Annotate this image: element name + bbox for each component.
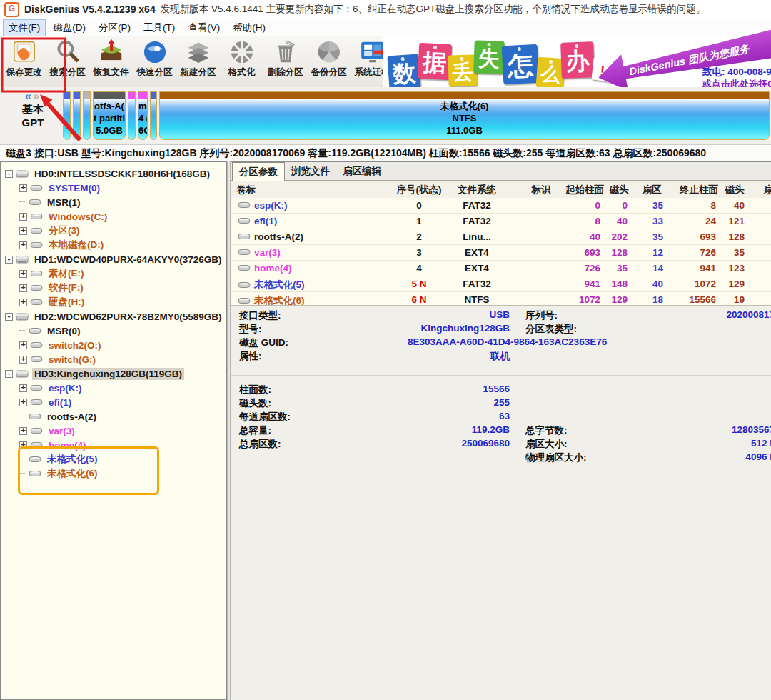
tile-pin-hole [575,44,578,48]
expand-icon[interactable]: + [19,284,27,292]
tree-item-MSR(0)[interactable]: MSR(0) [1,324,226,338]
table-row-esp(K:)[interactable]: esp(K:)0FAT320035840 [231,198,771,214]
head2-cell: 40 [231,200,745,211]
partition-block-5[interactable] [128,91,136,140]
tab-浏览文件[interactable]: 浏览文件 [285,162,336,180]
column-header-磁头[interactable]: 磁头 [610,184,629,196]
info-value: GPT [525,323,771,334]
tree-item-label: HD1:WDCWD40PURX-64AKYY0(3726GB) [32,254,224,266]
table-row-efi(1)[interactable]: efi(1)1FAT328403324121 [231,214,771,229]
collapse-icon[interactable]: - [5,256,13,264]
column-header-序号(状态)[interactable]: 序号(状态) [397,184,442,196]
expand-icon[interactable]: + [19,299,27,306]
column-header-扇区[interactable]: 扇区 [642,184,662,196]
table-row-未格式化(5)[interactable]: 未格式化(5)5 NFAT32941148401072129 [231,276,771,292]
table-row-未格式化(6)[interactable]: 未格式化(6)6 NNTFS1072129181556619 [231,292,771,305]
格式化-button[interactable]: 格式化 [220,36,263,87]
tree-item-硬盘(H:)[interactable]: +硬盘(H:) [1,295,226,309]
expand-icon[interactable]: + [19,227,27,235]
partition-block-3[interactable] [83,91,91,140]
tab-分区参数[interactable]: 分区参数 [232,162,285,181]
partition-block-7[interactable] [150,91,157,140]
expand-icon[interactable]: + [19,384,27,392]
partition-block-strip [74,92,80,99]
tree-item-esp(K:)[interactable]: +esp(K:) [1,381,226,395]
table-row-home(4)[interactable]: home(4)4EXT47263514941123 [231,261,771,276]
column-header-扇区[interactable]: 扇区 [764,184,771,196]
toolbar-button-label: 删除分区 [263,66,307,79]
tree-item-HD3:Kingchuxing128GB(119GB)[interactable]: -HD3:Kingchuxing128GB(119GB) [1,366,226,381]
tree-item-本地磁盘(D:)[interactable]: +本地磁盘(D:) [1,238,226,252]
table-row-rootfs-A(2)[interactable]: rootfs-A(2)2Linu...4020235693128 [231,229,771,245]
新建分区-button[interactable]: 新建分区 [176,36,220,87]
collapse-icon[interactable]: - [5,170,13,178]
tree-item-SYSTEM(0)[interactable]: +SYSTEM(0) [1,181,226,195]
保存更改-button[interactable]: 保存更改 [2,36,46,87]
menu-item-4[interactable]: 工具(T) [138,19,181,36]
table-row-var(3)[interactable]: var(3)3EXT46931281272635 [231,245,771,261]
tree-item-label: home(4) [46,439,89,451]
expand-icon[interactable]: + [19,270,27,278]
chevron-left-icon[interactable]: « [25,90,33,102]
tree-item-软件(F:)[interactable]: +软件(F:) [1,281,226,295]
搜索分区-button[interactable]: 搜索分区 [46,36,89,87]
tree-item-switch(G:)[interactable]: +switch(G:) [1,352,226,366]
tree-item-rootfs-A(2)[interactable]: rootfs-A(2) [1,409,226,424]
column-header-磁头[interactable]: 磁头 [725,184,745,196]
tree-item-分区(3)[interactable]: +分区(3) [1,224,226,238]
tree-item-var(3)[interactable]: +var(3) [1,424,226,438]
tree-item-未格式化(5)[interactable]: 未格式化(5) [1,452,226,466]
备份分区-button[interactable]: 备份分区 [307,36,351,87]
expand-icon[interactable]: + [19,213,27,221]
expand-icon[interactable]: + [19,184,27,192]
tree-item-label: rootfs-A(2) [45,411,99,423]
删除分区-button[interactable]: 删除分区 [263,36,307,87]
ad-banner[interactable]: 致电: 400-008-99 或点击此处选择QQ 数据丢失怎么办! DiskGe… [383,36,771,87]
expand-icon[interactable]: + [19,356,27,364]
tree-item-HD2:WDCWD62PURX-78B2MY0(5589GB)[interactable]: -HD2:WDCWD62PURX-78B2MY0(5589GB) [1,309,226,324]
menu-item-2[interactable]: 磁盘(D) [47,19,91,36]
menu-item-3[interactable]: 分区(P) [93,19,136,36]
tree-item-素材(E:)[interactable]: +素材(E:) [1,266,226,281]
tab-扇区编辑[interactable]: 扇区编辑 [336,162,388,180]
partition-icon [30,299,43,306]
tree-item-switch2(O:)[interactable]: +switch2(O:) [1,338,226,352]
column-header-终止柱面[interactable]: 终止柱面 [680,184,718,196]
tree-item-HD0:INTELSSDSCKKF180H6H(168GB)[interactable]: -HD0:INTELSSDSCKKF180H6H(168GB) [1,166,226,181]
expand-icon[interactable]: + [19,341,27,349]
tile-pin-hole [460,57,463,61]
tree-item-efi(1)[interactable]: +efi(1) [1,395,226,409]
head2-cell: 19 [231,294,745,305]
update-notice[interactable]: 发现新版本 V5.4.6.1441 主要更新内容如下：6、纠正在动态GPT磁盘上… [161,3,706,16]
partition-block-1[interactable] [63,91,71,140]
tree-item-home(4)[interactable]: +home(4) [1,438,226,452]
menu-item-1[interactable]: 文件(F) [3,19,46,36]
column-header-文件系统[interactable]: 文件系统 [458,184,496,196]
partition-block-strip [138,92,147,99]
partition-block-4[interactable]: otfs-A(t partitio5.0GB [93,91,126,140]
tree-item-Windows(C:)[interactable]: +Windows(C:) [1,209,226,224]
partition-block-8[interactable]: 未格式化(6)NTFS111.0GB [159,91,770,140]
expand-icon[interactable]: + [19,427,27,435]
tree-connector [19,416,26,417]
tree-item-MSR(1)[interactable]: MSR(1) [1,195,226,209]
tree-item-未格式化(6)[interactable]: 未格式化(6) [1,466,226,481]
快速分区-button[interactable]: 快速分区 [133,36,176,87]
column-header-卷标[interactable]: 卷标 [236,184,256,196]
partition-nav-arrows[interactable]: «» [17,90,49,103]
menu-item-5[interactable]: 查看(V) [182,19,226,36]
tree-item-HD1:WDCWD40PURX-64AKYY0(3726GB)[interactable]: -HD1:WDCWD40PURX-64AKYY0(3726GB) [1,252,226,266]
column-header-起始柱面[interactable]: 起始柱面 [565,184,604,196]
恢复文件-button[interactable]: 恢复文件 [89,36,133,87]
expand-icon[interactable]: + [19,241,27,249]
collapse-icon[interactable]: - [5,370,13,378]
partition-block-6[interactable]: me4 (6G [138,91,148,140]
menu-item-6[interactable]: 帮助(H) [227,19,271,36]
collapse-icon[interactable]: - [5,313,13,321]
expand-icon[interactable]: + [19,399,27,406]
column-header-标识[interactable]: 标识 [532,184,551,196]
partition-block-2[interactable] [73,91,81,140]
disk-type-label-1: 基本 [17,103,49,116]
chevron-right-icon[interactable]: » [33,90,41,102]
expand-icon[interactable]: + [19,441,27,449]
